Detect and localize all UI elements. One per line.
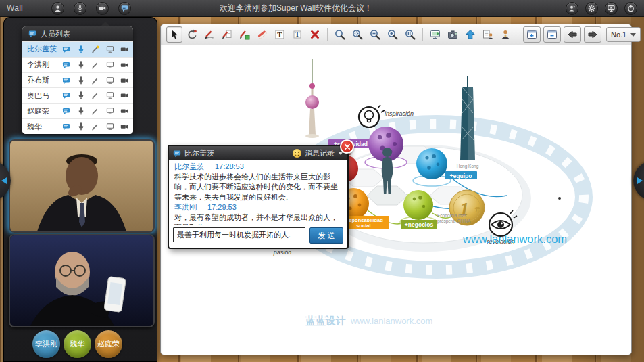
power-button[interactable]: [624, 2, 637, 15]
pen-icon[interactable]: [91, 122, 99, 131]
pen-freehand-tool[interactable]: [201, 26, 218, 43]
participant-controls: [62, 76, 128, 85]
people-list-panel: 人员列表 比尔盖茨 李洪刚 乔布斯: [22, 26, 133, 134]
camera-icon[interactable]: [120, 61, 128, 69]
mic-icon[interactable]: [77, 91, 85, 99]
pen-note-tool[interactable]: [219, 26, 235, 43]
people-row[interactable]: 奥巴马: [22, 87, 133, 103]
message-sender: 李洪刚: [174, 203, 197, 211]
pen-icon[interactable]: [91, 107, 99, 115]
participant-controls: [62, 122, 128, 131]
whiteboard-toolbar: T T: [161, 24, 631, 45]
remove-page-button[interactable]: [543, 26, 561, 43]
rotate-tool[interactable]: [184, 26, 200, 43]
chat-input-row: 发 送: [169, 225, 347, 248]
people-list-header[interactable]: 人员列表: [22, 26, 133, 41]
avatar-circle[interactable]: 李洪刚: [32, 330, 60, 358]
avatar-circle[interactable]: 赵庭荣: [95, 330, 122, 358]
zoom-tool[interactable]: [332, 26, 348, 43]
upload-tool[interactable]: [462, 26, 478, 43]
screen-icon[interactable]: [106, 107, 114, 115]
screen-icon[interactable]: [106, 45, 114, 53]
mic-icon[interactable]: [77, 76, 85, 85]
magnifier-minus-icon: [369, 28, 381, 41]
user-button[interactable]: [51, 2, 64, 15]
camera-icon[interactable]: [120, 91, 128, 99]
pen-icon[interactable]: [91, 91, 99, 99]
screen-icon[interactable]: [106, 91, 114, 99]
screen-icon[interactable]: [106, 76, 114, 85]
zoom-in-tool[interactable]: [385, 26, 401, 43]
text-tool[interactable]: T: [289, 26, 305, 43]
chat-icon[interactable]: [62, 76, 70, 85]
chat-icon[interactable]: [62, 45, 70, 53]
pen-icon[interactable]: [91, 76, 99, 85]
next-page-button[interactable]: [584, 26, 601, 43]
select-tool[interactable]: [166, 26, 182, 43]
screen-icon[interactable]: [106, 122, 114, 131]
chat-title: 比尔盖茨: [184, 148, 214, 158]
mic-icon[interactable]: [77, 61, 85, 69]
account-button[interactable]: [566, 2, 578, 15]
roster-tool[interactable]: [480, 26, 496, 43]
cursor-dot: [558, 197, 561, 200]
pen-icon[interactable]: [91, 45, 99, 53]
send-button[interactable]: 发 送: [309, 227, 343, 244]
chat-icon[interactable]: [62, 91, 70, 99]
chat-icon: [28, 30, 36, 38]
chat-header[interactable]: 比尔盖茨 消息记录: [169, 146, 347, 160]
delete-tool[interactable]: [307, 26, 323, 43]
eraser-tool[interactable]: [254, 26, 270, 43]
arrow-right-icon: [587, 28, 599, 41]
settings-button[interactable]: [585, 2, 598, 15]
screen-share-button[interactable]: [605, 2, 618, 15]
camera-icon[interactable]: [120, 107, 128, 115]
presenter-tool[interactable]: [497, 26, 514, 43]
video-feed-2[interactable]: [9, 234, 155, 327]
prev-page-button[interactable]: [564, 26, 581, 43]
screen-icon[interactable]: [106, 61, 114, 69]
message-history-menu[interactable]: 消息记录: [305, 148, 335, 158]
page-selector-value: No.1: [611, 30, 626, 39]
people-row[interactable]: 李洪刚: [22, 57, 133, 72]
pen-icon[interactable]: [91, 61, 99, 69]
zoom-out-tool[interactable]: [367, 26, 383, 43]
window-plus-icon: [526, 28, 538, 41]
chat-icon[interactable]: [62, 61, 70, 69]
avatar-name: 李洪刚: [35, 339, 57, 349]
mic-icon[interactable]: [77, 45, 85, 53]
chat-icon[interactable]: [62, 122, 70, 131]
chat-icon[interactable]: [62, 107, 70, 115]
chat-close-button[interactable]: [340, 139, 354, 154]
camera-icon[interactable]: [120, 122, 128, 131]
pen-marker-tool[interactable]: [237, 26, 253, 43]
panel-notch: [101, 22, 110, 26]
mic-icon[interactable]: [77, 122, 85, 131]
people-row[interactable]: 赵庭荣: [22, 103, 133, 118]
snapshot-tool[interactable]: [445, 26, 461, 43]
camera-button[interactable]: [96, 2, 109, 15]
people-row[interactable]: 乔布斯: [22, 72, 133, 88]
message-sender: 比尔盖茨: [174, 162, 204, 171]
people-row[interactable]: 比尔盖茨: [22, 41, 133, 57]
textbox-tool[interactable]: T: [272, 26, 288, 43]
people-row[interactable]: 魏华: [22, 118, 133, 134]
chat-messages: 比尔盖茨17:28:53 科学技术的进步将会给人们的生活带来巨大的影响，而人们要…: [169, 160, 347, 225]
page-selector[interactable]: No.1: [606, 27, 641, 42]
message-meta: 李洪刚17:29:53: [174, 202, 342, 212]
emoji-icon[interactable]: [293, 149, 301, 158]
mic-icon[interactable]: [77, 107, 85, 115]
avatar-circle[interactable]: 魏华: [64, 330, 91, 358]
chat-button[interactable]: [118, 2, 131, 15]
mic-button[interactable]: [74, 2, 86, 15]
whiteboard-canvas[interactable]: Hong Kong inspiración +creatividad: [161, 45, 631, 355]
camera-icon[interactable]: [120, 45, 128, 53]
camera-icon[interactable]: [120, 76, 128, 85]
add-page-button[interactable]: [523, 26, 541, 43]
chat-input[interactable]: [173, 227, 305, 242]
screen-share-tool[interactable]: [427, 26, 443, 43]
settings-gear-icon: [588, 5, 595, 12]
zoom-fit-tool[interactable]: [349, 26, 366, 43]
video-feed-1[interactable]: [9, 139, 155, 233]
zoom-actual-tool[interactable]: [402, 26, 418, 43]
